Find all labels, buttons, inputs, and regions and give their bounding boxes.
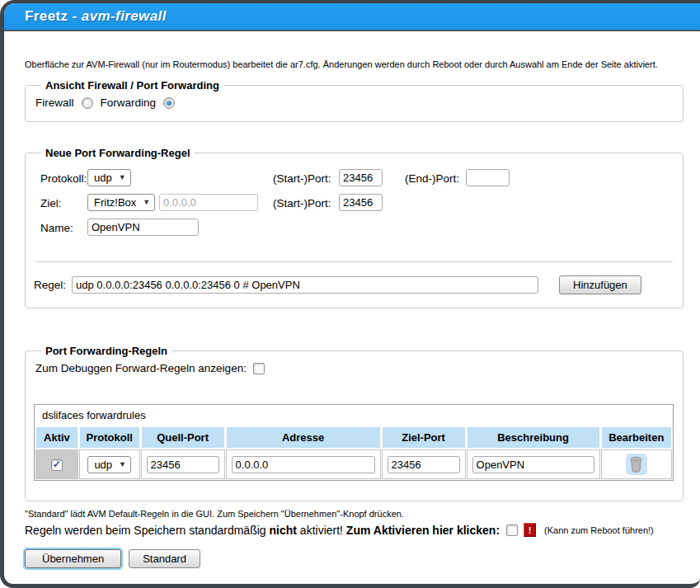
rules-legend: Port Forwarding-Regeln xyxy=(41,345,171,357)
titlebar: Freetz - avm-firewall xyxy=(4,3,700,31)
row-protocol-select[interactable]: udp ▼ xyxy=(87,456,131,473)
activate-bold-click: Zum Aktivieren hier klicken: xyxy=(346,524,500,537)
activate-bold-nicht: nicht xyxy=(270,524,297,537)
standard-hint: "Standard" lädt AVM Default-Regeln in di… xyxy=(25,509,684,519)
warning-icon: ! xyxy=(524,523,536,537)
table-header-row: Aktiv Protokoll Quell-Port Adresse Ziel-… xyxy=(35,426,672,449)
new-rule-form: Protokoll: udp ▼ (Start-)Port: (End-)Por… xyxy=(34,167,674,243)
view-options: Firewall Forwarding xyxy=(34,95,674,113)
start-port2-input[interactable] xyxy=(339,194,383,211)
radio-label-forwarding: Forwarding xyxy=(101,96,157,109)
end-port-input[interactable] xyxy=(466,169,510,186)
cell-beschreibung xyxy=(467,449,600,479)
radio-label-firewall: Firewall xyxy=(35,96,74,109)
buttons-row: Übernehmen Standard xyxy=(25,549,684,568)
row-ziel-port-input[interactable] xyxy=(388,456,460,473)
target-ip-input[interactable] xyxy=(159,194,258,211)
forward-rules-table: dslifaces forwardrules Aktiv Protokoll Q… xyxy=(34,404,674,481)
start-port2-label: (Start-)Port: xyxy=(273,197,331,209)
new-rule-fieldset: Neue Port Forwarding-Regel Protokoll: ud… xyxy=(25,147,684,308)
check-icon: ✓ xyxy=(53,459,61,469)
table-caption: dslifaces forwardrules xyxy=(35,406,672,426)
trash-icon xyxy=(629,456,643,473)
forwarding-radio[interactable] xyxy=(163,97,175,109)
target-select[interactable]: Fritz!Box ▼ xyxy=(87,194,155,211)
row-protocol-value: udp xyxy=(94,459,112,471)
start-port-input[interactable] xyxy=(339,169,383,186)
col-quell-port: Quell-Port xyxy=(141,426,225,449)
page-title-module: avm-firewall xyxy=(82,8,167,25)
firewall-radio[interactable] xyxy=(82,97,93,109)
main-content: Oberfläche zur AVM-Firewall (nur im Rout… xyxy=(4,59,700,568)
col-adresse: Adresse xyxy=(226,426,381,449)
col-aktiv: Aktiv xyxy=(35,426,78,449)
debug-checkbox[interactable]: ✓ xyxy=(253,363,265,374)
target-select-value: Fritz!Box xyxy=(94,196,136,209)
start-port-label: (Start-)Port: xyxy=(273,172,331,185)
col-ziel-port: Ziel-Port xyxy=(382,426,466,449)
protocol-select-value: udp xyxy=(94,172,112,184)
cell-quell-port xyxy=(141,449,225,479)
table-row: ✓ udp ▼ xyxy=(35,449,672,479)
reboot-warning: (Kann zum Reboot führen!) xyxy=(544,525,654,535)
cell-bearbeiten xyxy=(601,449,672,479)
rule-active-checkbox[interactable]: ✓ xyxy=(51,459,63,471)
protocol-label: Protokoll: xyxy=(40,172,87,185)
activate-checkbox[interactable]: ✓ xyxy=(506,524,518,536)
standard-button[interactable]: Standard xyxy=(129,549,200,568)
cell-aktiv: ✓ xyxy=(35,449,78,479)
col-protokoll: Protokoll xyxy=(79,426,140,449)
page-frame: Freetz - avm-firewall Oberfläche zur AVM… xyxy=(0,0,700,588)
target-label: Ziel: xyxy=(40,197,62,209)
col-bearbeiten: Bearbeiten xyxy=(601,426,672,449)
page-title: Freetz - xyxy=(25,8,82,25)
cell-ziel-port xyxy=(382,449,466,479)
end-port-label: (End-)Port: xyxy=(405,172,459,185)
cell-adresse xyxy=(226,449,381,479)
delete-rule-button[interactable] xyxy=(626,454,647,475)
row-quell-port-input[interactable] xyxy=(147,456,219,473)
apply-button[interactable]: Übernehmen xyxy=(25,549,121,568)
add-rule-button[interactable]: Hinzufügen xyxy=(559,275,641,294)
dropdown-arrow-icon: ▼ xyxy=(119,174,126,181)
activate-text-2: aktiviert! xyxy=(297,524,346,537)
rule-input[interactable] xyxy=(72,276,538,294)
rules-fieldset: Port Forwarding-Regeln Zum Debuggen Forw… xyxy=(25,345,684,501)
name-label: Name: xyxy=(40,222,73,234)
intro-text: Oberfläche zur AVM-Firewall (nur im Rout… xyxy=(25,59,684,69)
cell-protokoll: udp ▼ xyxy=(79,449,140,479)
view-legend: Ansicht Firewall / Port Forwarding xyxy=(41,79,223,92)
col-beschreibung: Beschreibung xyxy=(467,426,600,449)
debug-label: Zum Debuggen Forward-Regeln anzeigen: xyxy=(35,362,247,374)
new-rule-legend: Neue Port Forwarding-Regel xyxy=(41,147,195,159)
name-input[interactable] xyxy=(87,219,199,236)
protocol-select[interactable]: udp ▼ xyxy=(87,169,131,186)
activate-text-1: Regeln werden beim Speichern standardmäß… xyxy=(25,524,270,537)
dropdown-arrow-icon: ▼ xyxy=(119,461,126,468)
rule-separator xyxy=(35,261,673,262)
row-beschreibung-input[interactable] xyxy=(472,456,594,473)
row-adresse-input[interactable] xyxy=(232,456,375,473)
table-caption-row: dslifaces forwardrules xyxy=(35,406,672,426)
dropdown-arrow-icon: ▼ xyxy=(143,199,150,206)
rule-label: Regel: xyxy=(34,279,66,291)
view-fieldset: Ansicht Firewall / Port Forwarding Firew… xyxy=(25,79,684,122)
rule-row: Regel: Hinzufügen xyxy=(34,275,674,299)
activate-row: Regeln werden beim Speichern standardmäß… xyxy=(25,523,684,537)
debug-row: Zum Debuggen Forward-Regeln anzeigen: ✓ xyxy=(34,360,674,374)
